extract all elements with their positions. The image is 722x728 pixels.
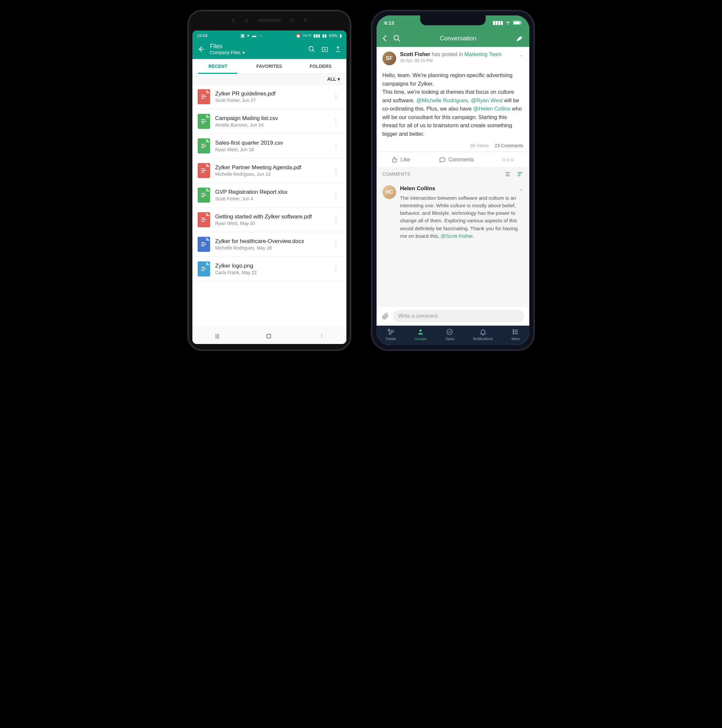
svg-point-6	[394, 35, 398, 40]
svg-point-13	[513, 332, 514, 332]
new-folder-icon[interactable]	[321, 45, 329, 53]
mention[interactable]: @Ryan West	[471, 97, 502, 103]
wifi-icon	[505, 20, 511, 25]
kebab-icon[interactable]: ⋮	[331, 265, 341, 273]
file-type-icon	[198, 89, 210, 104]
kebab-icon[interactable]: ⋮	[331, 167, 341, 174]
like-button[interactable]: Like	[391, 156, 410, 163]
file-row[interactable]: Getting started with Zylker software.pdf…	[192, 208, 346, 232]
home-nav-icon[interactable]	[266, 333, 272, 340]
battery-icon: ▮	[340, 33, 342, 38]
file-row[interactable]: Zylker PR guidelines.pdf Scott Fisher, J…	[192, 85, 346, 109]
file-name: Zylker logo.png	[215, 263, 325, 269]
file-type-icon	[198, 138, 210, 153]
kebab-icon[interactable]: ⋮	[331, 240, 341, 248]
alarm-icon: ⏰	[296, 33, 301, 38]
filter-dropdown[interactable]: ALL ▾	[192, 74, 346, 85]
file-type-icon	[198, 114, 210, 129]
kebab-icon[interactable]: ⋮	[331, 93, 341, 101]
comment: HC Helen Collins ⌄ The intersection betw…	[377, 181, 529, 245]
avatar[interactable]: HC	[382, 185, 396, 199]
compose-icon[interactable]	[516, 34, 524, 42]
search-icon[interactable]	[308, 45, 316, 53]
file-meta: Ryan West, May 30	[215, 221, 325, 226]
file-type-icon	[198, 188, 210, 203]
mention[interactable]: @Scott Fisher	[441, 233, 473, 239]
file-name: Zylker for healthcare-Overview.docx	[215, 238, 325, 245]
attach-icon[interactable]	[382, 312, 389, 320]
recents-nav-icon[interactable]: |||	[215, 333, 219, 339]
file-type-icon	[198, 237, 210, 252]
file-name: Zylker PR guidelines.pdf	[215, 90, 325, 97]
kebab-icon[interactable]: ⋮	[331, 142, 341, 150]
file-row[interactable]: Zylker Partner Meeting Agenda.pdf Michel…	[192, 158, 346, 183]
tab-folders[interactable]: FOLDERS	[295, 59, 346, 73]
file-meta: Scott Fisher, Jun 4	[215, 196, 325, 201]
signal-icon: ▮▮	[322, 33, 327, 38]
svg-point-14	[513, 333, 514, 334]
post-actions: Like Comments ○○○	[377, 152, 529, 168]
kebab-icon[interactable]: ⋮	[331, 191, 341, 199]
post: SF Scott Fisher has posted in Marketing …	[377, 47, 529, 152]
mention[interactable]: @Helen Collins	[473, 106, 510, 112]
bottom-nav: FeedsGroupsTasksNotificationsMore	[377, 326, 529, 345]
file-row[interactable]: GVP Registration Report.xlsx Scott Fishe…	[192, 183, 346, 208]
battery-text: 93%	[329, 33, 337, 38]
svg-point-0	[309, 46, 313, 50]
file-meta: Ryan West, Jun 18	[215, 147, 325, 152]
app-header: Files Company Files ▾	[192, 40, 346, 59]
more-button[interactable]: ○○○	[502, 157, 515, 163]
nav-groups[interactable]: Groups	[415, 328, 426, 341]
nav-tasks[interactable]: Tasks	[445, 328, 454, 341]
comment-input[interactable]: Write a comment	[393, 310, 524, 322]
comments-header: COMMENTS	[377, 168, 529, 181]
bell-icon	[479, 328, 487, 335]
mention[interactable]: @Michelle Rodrigues	[416, 97, 468, 103]
kebab-icon[interactable]: ⋮	[331, 118, 341, 125]
nav-more[interactable]: More	[511, 328, 520, 341]
upload-icon[interactable]	[334, 45, 342, 53]
tab-recent[interactable]: RECENT	[192, 59, 244, 73]
file-list[interactable]: Zylker PR guidelines.pdf Scott Fisher, J…	[192, 85, 346, 327]
file-type-icon	[198, 262, 210, 277]
post-author-line: Scott Fisher has posted in Marketing Tea…	[400, 52, 515, 57]
chevron-down-icon[interactable]: ⌄	[519, 52, 524, 58]
file-row[interactable]: Campaign Mailing list.csv Amelia Burrows…	[192, 109, 346, 134]
groups-icon	[417, 328, 424, 335]
header-title: Conversation	[401, 35, 516, 42]
android-nav-bar: ||| 〈	[192, 327, 346, 344]
status-icon: ✶	[246, 33, 250, 38]
chevron-down-icon[interactable]: ⌄	[519, 185, 524, 192]
avatar[interactable]: SF	[382, 52, 396, 65]
header-subtitle-dropdown[interactable]: Company Files ▾	[210, 50, 302, 55]
comments-button[interactable]: Comments	[439, 156, 474, 163]
views-count: 86 Views	[470, 143, 489, 148]
back-nav-icon[interactable]: 〈	[318, 332, 323, 340]
search-icon[interactable]	[393, 34, 401, 42]
battery-icon	[513, 21, 521, 25]
file-row[interactable]: Zylker logo.png Carla Frank, May 22 ⋮	[192, 257, 346, 281]
svg-rect-5	[521, 22, 521, 24]
nav-notifications[interactable]: Notifications	[473, 328, 493, 341]
nav-feeds[interactable]: Feeds	[386, 328, 396, 341]
tasks-icon	[446, 328, 453, 335]
sort-icon[interactable]	[517, 171, 524, 177]
comments-count[interactable]: 23 Comments	[495, 143, 523, 148]
chevron-down-icon: ▾	[337, 76, 340, 82]
collapse-icon[interactable]	[504, 171, 511, 177]
tab-favorites[interactable]: FAVORITES	[244, 59, 295, 73]
file-name: GVP Registration Report.xlsx	[215, 189, 325, 196]
file-row[interactable]: Sales-first quarter 2019.csv Ryan West, …	[192, 134, 346, 158]
file-meta: Michelle Rodrigues, Jun 13	[215, 171, 325, 177]
file-meta: Michelle Rodrigues, May 28	[215, 245, 325, 251]
file-type-icon	[198, 163, 210, 178]
ios-phone-frame: 6:13 ▮▮▮▮ Conversation	[371, 10, 535, 351]
kebab-icon[interactable]: ⋮	[331, 216, 341, 224]
file-row[interactable]: Zylker for healthcare-Overview.docx Mich…	[192, 232, 346, 257]
file-name: Campaign Mailing list.csv	[215, 115, 325, 122]
back-icon[interactable]	[197, 45, 205, 53]
back-icon[interactable]	[382, 35, 387, 42]
chevron-down-icon: ▾	[243, 50, 245, 55]
file-type-icon	[198, 212, 210, 227]
group-link[interactable]: Marketing Team	[464, 52, 502, 57]
